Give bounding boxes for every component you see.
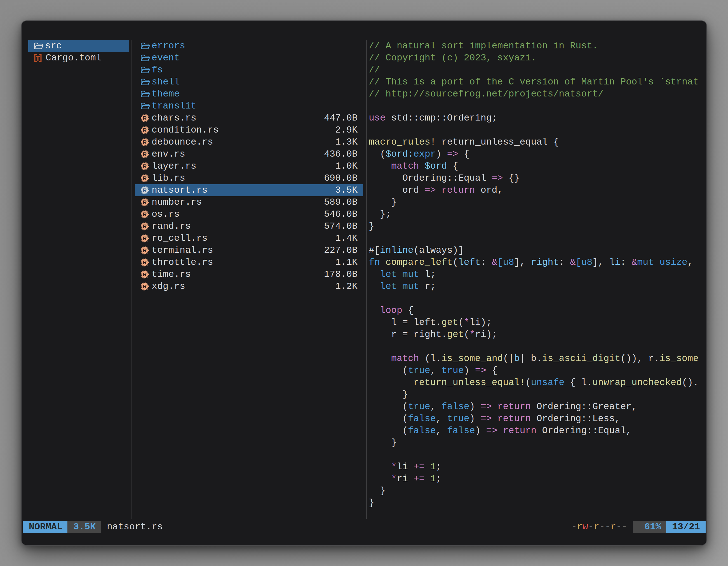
svg-text:R: R (143, 151, 147, 157)
svg-text:R: R (143, 139, 147, 145)
svg-text:R: R (143, 115, 147, 121)
svg-text:R: R (143, 236, 147, 241)
svg-text:R: R (143, 248, 147, 254)
svg-text:R: R (143, 272, 147, 278)
svg-text:R: R (143, 127, 147, 133)
svg-text:R: R (143, 212, 147, 217)
svg-text:R: R (143, 260, 147, 266)
svg-text:R: R (143, 187, 147, 193)
svg-text:R: R (143, 224, 147, 229)
svg-text:R: R (143, 163, 147, 169)
svg-text:R: R (143, 200, 147, 205)
svg-text:R: R (143, 283, 147, 289)
svg-text:R: R (143, 175, 147, 181)
